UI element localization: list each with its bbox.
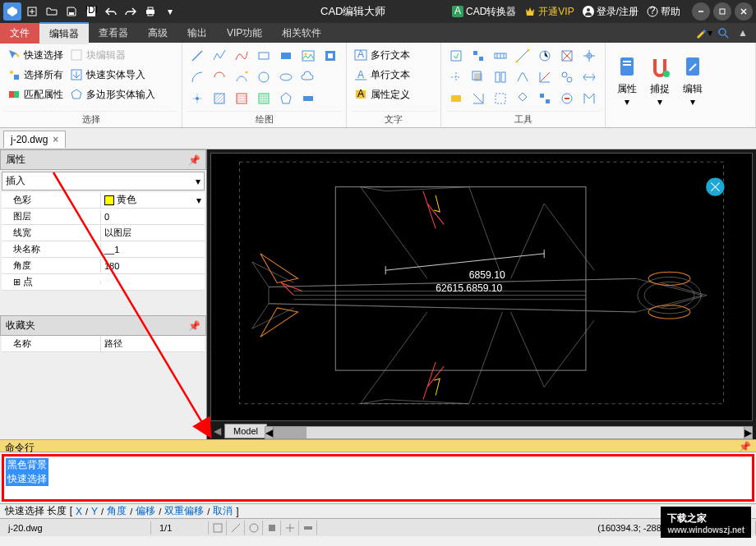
- opt-double[interactable]: 双重偏移: [164, 504, 204, 518]
- arc-icon[interactable]: [187, 67, 207, 87]
- tool11-icon[interactable]: [513, 67, 532, 87]
- hatch1-icon[interactable]: [210, 89, 229, 108]
- status-icon-6[interactable]: [299, 521, 317, 535]
- edit-button[interactable]: 编辑▾: [676, 51, 709, 111]
- tool20-icon[interactable]: [557, 89, 577, 108]
- open-icon[interactable]: [43, 2, 61, 21]
- status-icon-1[interactable]: [209, 521, 227, 535]
- angle-value[interactable]: 180: [100, 259, 205, 273]
- tool17-icon[interactable]: [491, 89, 510, 108]
- converter-link[interactable]: ACAD转换器: [452, 5, 516, 19]
- tool7-icon[interactable]: [579, 46, 599, 66]
- tool14-icon[interactable]: [579, 67, 599, 87]
- cloud-icon[interactable]: [298, 67, 318, 87]
- search-icon[interactable]: [713, 24, 733, 42]
- hatch2-icon[interactable]: [232, 89, 251, 108]
- file-tab[interactable]: j-20.dwg×: [3, 131, 66, 148]
- arc2-icon[interactable]: [210, 67, 229, 87]
- tool5-icon[interactable]: [535, 46, 555, 66]
- snap-button[interactable]: 捕捉▾: [643, 51, 676, 111]
- status-icon-2[interactable]: [227, 521, 245, 535]
- tool9-icon[interactable]: [468, 67, 488, 87]
- model-tab[interactable]: Model: [224, 424, 267, 438]
- match-props[interactable]: 匹配属性: [5, 85, 65, 103]
- vip-link[interactable]: 开通VIP: [524, 5, 574, 19]
- block-editor[interactable]: 块编辑器: [67, 46, 127, 64]
- h-scrollbar[interactable]: ◀▶: [265, 426, 753, 439]
- dropdown-icon[interactable]: ▾: [161, 2, 179, 21]
- tool13-icon[interactable]: [557, 67, 577, 87]
- sketch-icon[interactable]: [232, 67, 251, 87]
- menu-vip[interactable]: VIP功能: [217, 23, 272, 44]
- menu-output[interactable]: 输出: [177, 23, 217, 44]
- rect-icon[interactable]: [254, 46, 274, 66]
- spline-icon[interactable]: [232, 46, 251, 66]
- status-icon-4[interactable]: [263, 521, 281, 535]
- tool6-icon[interactable]: [557, 46, 577, 66]
- status-icon-3[interactable]: [245, 521, 263, 535]
- undo-icon[interactable]: [102, 2, 120, 21]
- redo-icon[interactable]: [122, 2, 140, 21]
- layer-value[interactable]: 0: [100, 210, 205, 223]
- lineweight-value[interactable]: 以图层: [100, 225, 205, 241]
- close-icon[interactable]: [735, 2, 753, 21]
- tool18-icon[interactable]: [513, 89, 532, 108]
- drawing-canvas[interactable]: 62615.6859.10 6859.10: [210, 153, 753, 421]
- multiline-text[interactable]: A多行文本: [352, 46, 436, 64]
- dim-icon[interactable]: [298, 89, 318, 108]
- status-icon-5[interactable]: [281, 521, 299, 535]
- menu-advanced[interactable]: 高级: [138, 23, 177, 44]
- print-icon[interactable]: [141, 2, 159, 21]
- maximize-icon[interactable]: [713, 2, 731, 21]
- app-logo[interactable]: [3, 2, 21, 21]
- tool8-icon[interactable]: [446, 67, 466, 87]
- tool2-icon[interactable]: [468, 46, 488, 66]
- opt-y[interactable]: Y: [91, 506, 98, 517]
- props-button[interactable]: 属性▾: [611, 51, 643, 111]
- new-icon[interactable]: [23, 2, 41, 21]
- tool1-icon[interactable]: [446, 46, 466, 66]
- menu-viewer[interactable]: 查看器: [89, 23, 138, 44]
- pin-icon-3[interactable]: 📌: [739, 441, 751, 451]
- opt-cancel[interactable]: 取消: [213, 504, 233, 518]
- insert-combo[interactable]: 插入▾: [2, 172, 205, 190]
- menu-file[interactable]: 文件: [0, 23, 39, 44]
- quick-select[interactable]: 快速选择: [5, 46, 65, 64]
- tool19-icon[interactable]: [535, 89, 555, 108]
- single-text[interactable]: A单行文本: [352, 66, 436, 84]
- color-value[interactable]: 黄色▾: [100, 191, 205, 209]
- rect-filled-icon[interactable]: [276, 46, 296, 66]
- block-icon[interactable]: [320, 46, 340, 66]
- point-expand[interactable]: ⊞ 点: [2, 273, 100, 291]
- select-all[interactable]: 选择所有: [5, 66, 65, 84]
- tool10-icon[interactable]: [491, 67, 510, 87]
- opt-x[interactable]: X: [76, 506, 82, 517]
- tool12-icon[interactable]: [535, 67, 555, 87]
- opt-angle[interactable]: 角度: [107, 504, 127, 518]
- attr-define[interactable]: A属性定义: [352, 85, 436, 103]
- pin-icon[interactable]: 📌: [188, 154, 201, 166]
- menu-related[interactable]: 相关软件: [272, 23, 331, 44]
- tool16-icon[interactable]: [468, 89, 488, 108]
- help-link[interactable]: ?帮助: [647, 5, 680, 19]
- hatch3-icon[interactable]: [254, 89, 274, 108]
- command-box[interactable]: 黑色背景 快速选择: [2, 454, 754, 502]
- block-value[interactable]: __1: [100, 243, 205, 256]
- menu-editor[interactable]: 编辑器: [39, 22, 89, 44]
- point-icon[interactable]: [187, 89, 207, 108]
- save-icon[interactable]: [62, 2, 81, 21]
- collapse-ribbon-icon[interactable]: ▲: [733, 24, 753, 42]
- line-icon[interactable]: [187, 46, 207, 66]
- minimize-icon[interactable]: [692, 2, 710, 21]
- pin-icon-2[interactable]: 📌: [188, 320, 201, 332]
- opt-offset[interactable]: 偏移: [136, 504, 155, 518]
- polygon-icon[interactable]: [276, 89, 296, 108]
- tool4-icon[interactable]: [513, 46, 532, 66]
- pdf-icon[interactable]: PDF: [82, 2, 100, 21]
- tool3-icon[interactable]: [491, 46, 510, 66]
- tool15-icon[interactable]: [446, 89, 466, 108]
- tool21-icon[interactable]: [579, 89, 599, 108]
- polygon-input[interactable]: 多边形实体输入: [67, 85, 157, 103]
- quick-import[interactable]: 快速实体导入: [67, 66, 147, 84]
- polyline-icon[interactable]: [210, 46, 229, 66]
